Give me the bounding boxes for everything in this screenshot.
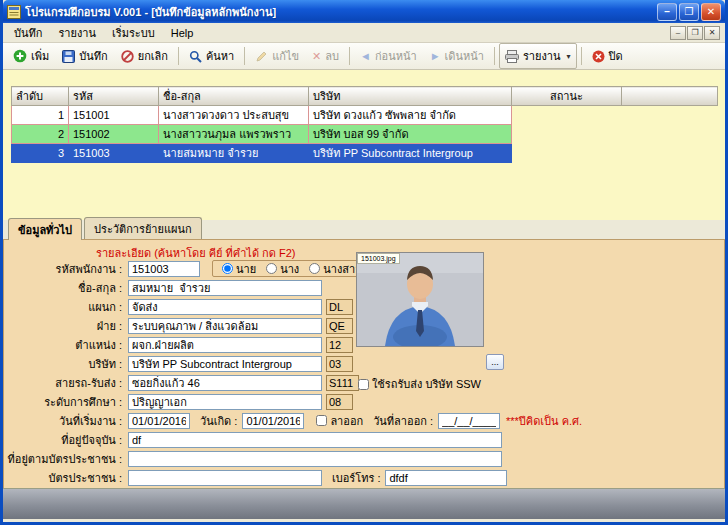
- mdi-window-controls: – ❐ ✕: [670, 26, 722, 40]
- ssw-bus-checkbox-input[interactable]: [358, 379, 369, 390]
- division-input[interactable]: [128, 318, 322, 334]
- next-button[interactable]: ► เดินหน้า: [424, 43, 490, 69]
- column-header-filler: [622, 87, 718, 106]
- delete-icon: ✕: [312, 51, 321, 62]
- table-row[interactable]: 1 151001 นางสาวดวงดาว ประสบสุข บริษัท ดว…: [12, 106, 718, 125]
- resign-date-label: วันที่ลาออก :: [363, 412, 438, 430]
- mdi-background: [3, 488, 725, 519]
- tab-general-info[interactable]: ข้อมูลทั่วไป: [8, 218, 82, 240]
- birth-date-input[interactable]: [242, 413, 304, 429]
- ssw-bus-checkbox[interactable]: ใช้รถรับส่ง บริษัท SSW: [358, 375, 481, 393]
- id-card-label: บัตรประชาชน :: [4, 469, 128, 487]
- toolbar-separator: [244, 47, 245, 65]
- close-button[interactable]: ✕: [701, 3, 721, 21]
- radio-mr[interactable]: นาย: [222, 260, 256, 278]
- column-header-name[interactable]: ชื่อ-สกุล: [159, 87, 309, 106]
- window-controls: – ❐ ✕: [657, 3, 721, 21]
- search-icon: [189, 50, 202, 63]
- column-header-company[interactable]: บริษัท: [309, 87, 512, 106]
- printer-icon: [505, 50, 519, 63]
- radio-mrs[interactable]: นาง: [266, 260, 299, 278]
- grid-panel: ลำดับ รหัส ชื่อ-สกุล บริษัท สถานะ 1 1510…: [3, 70, 725, 220]
- report-button[interactable]: รายงาน ▾: [499, 43, 577, 69]
- toolbar-separator: [494, 47, 495, 65]
- menu-system[interactable]: เริ่มระบบ: [104, 22, 163, 44]
- resign-date-input[interactable]: [438, 413, 500, 429]
- company-input[interactable]: [128, 356, 322, 372]
- close-form-button[interactable]: ปิด: [586, 43, 629, 69]
- column-header-code[interactable]: รหัส: [69, 87, 159, 106]
- mdi-close-button[interactable]: ✕: [704, 26, 720, 40]
- education-input[interactable]: [128, 394, 322, 410]
- bus-route-input[interactable]: [128, 375, 322, 391]
- start-date-input[interactable]: [128, 413, 190, 429]
- edit-button-label: แก้ไข: [272, 47, 299, 65]
- window-title: โปรแกรมฝึกอบรม V.001 - [บันทึกข้อมูลหลัก…: [25, 3, 276, 21]
- minimize-button[interactable]: –: [657, 3, 677, 21]
- menu-report[interactable]: รายงาน: [50, 22, 104, 44]
- cell-code: 151001: [69, 106, 159, 125]
- cell-code: 151002: [69, 125, 159, 144]
- app-icon: [7, 5, 21, 19]
- employee-form: รายละเอียด (ค้นหาโดย คีย์ ที่คำได้ กด F2…: [3, 239, 725, 488]
- radio-mr-label: นาย: [236, 260, 256, 278]
- previous-button[interactable]: ◄ ก่อนหน้า: [354, 43, 423, 69]
- cell-status: [512, 125, 622, 144]
- department-input[interactable]: [128, 299, 322, 315]
- edit-button[interactable]: แก้ไข: [249, 43, 305, 69]
- current-address-row: ที่อยู่ปัจจุบัน :: [4, 430, 724, 449]
- radio-miss-input[interactable]: [309, 263, 320, 274]
- department-code-input[interactable]: [326, 299, 353, 315]
- column-header-status[interactable]: สถานะ: [512, 87, 622, 106]
- tab-transfer-history[interactable]: ประวัติการย้ายแผนก: [84, 217, 202, 239]
- employee-code-input[interactable]: [128, 261, 200, 277]
- mdi-minimize-button[interactable]: –: [670, 26, 686, 40]
- next-icon: ►: [430, 51, 441, 62]
- employee-grid: ลำดับ รหัส ชื่อ-สกุล บริษัท สถานะ 1 1510…: [11, 86, 718, 163]
- position-code-input[interactable]: [326, 337, 353, 353]
- start-date-label: วันที่เริ่มงาน :: [4, 412, 128, 430]
- position-input[interactable]: [128, 337, 322, 353]
- next-button-label: เดินหน้า: [445, 47, 484, 65]
- current-address-input[interactable]: [128, 432, 502, 448]
- name-input[interactable]: [128, 280, 322, 296]
- table-row[interactable]: 2 151002 นางสาววนภุมล แพรวพราว บริษัท บอ…: [12, 125, 718, 144]
- phone-input[interactable]: [385, 470, 507, 486]
- resign-checkbox[interactable]: ลาออก: [304, 412, 363, 430]
- cell-status: [512, 144, 622, 163]
- radio-miss[interactable]: นางสาว: [309, 260, 361, 278]
- report-button-label: รายงาน: [523, 47, 561, 65]
- radio-mrs-input[interactable]: [266, 263, 277, 274]
- cell-no: 2: [12, 125, 69, 144]
- title-radio-group: นาย นาง นางสาว: [212, 260, 371, 277]
- column-header-no[interactable]: ลำดับ: [12, 87, 69, 106]
- company-browse-button[interactable]: ...: [486, 354, 504, 370]
- search-button-label: ค้นหา: [206, 47, 234, 65]
- division-code-input[interactable]: [326, 318, 353, 334]
- resign-checkbox-input[interactable]: [316, 415, 327, 426]
- table-row-selected[interactable]: 3 151003 นายสมหมาย จำรวย บริษัท PP Subco…: [12, 144, 718, 163]
- save-button[interactable]: บันทึก: [56, 43, 113, 69]
- education-code-input[interactable]: [326, 394, 353, 410]
- search-button[interactable]: ค้นหา: [183, 43, 240, 69]
- delete-button-label: ลบ: [325, 47, 339, 65]
- cancel-button[interactable]: ยกเลิก: [115, 43, 174, 69]
- chevron-down-icon[interactable]: ▾: [565, 52, 571, 61]
- company-label: บริษัท :: [4, 355, 128, 373]
- maximize-button[interactable]: ❐: [679, 3, 699, 21]
- radio-mr-input[interactable]: [222, 263, 233, 274]
- add-button[interactable]: เพิ่ม: [7, 43, 55, 69]
- id-address-input[interactable]: [128, 451, 502, 467]
- resign-checkbox-label: ลาออก: [330, 412, 363, 430]
- cell-company: บริษัท บอส 99 จำกัด: [309, 125, 512, 144]
- mdi-restore-button[interactable]: ❐: [687, 26, 703, 40]
- menu-save[interactable]: บันทึก: [6, 22, 50, 44]
- menu-help[interactable]: Help: [163, 25, 202, 41]
- delete-button[interactable]: ✕ ลบ: [306, 43, 345, 69]
- name-label: ชื่อ-สกุล :: [4, 279, 128, 297]
- title-bar[interactable]: โปรแกรมฝึกอบรม V.001 - [บันทึกข้อมูลหลัก…: [3, 0, 725, 23]
- id-card-input[interactable]: [128, 470, 322, 486]
- bus-route-label: สายรถ-รับส่ง :: [4, 374, 128, 392]
- bus-route-code-input[interactable]: [326, 375, 359, 391]
- company-code-input[interactable]: [326, 356, 353, 372]
